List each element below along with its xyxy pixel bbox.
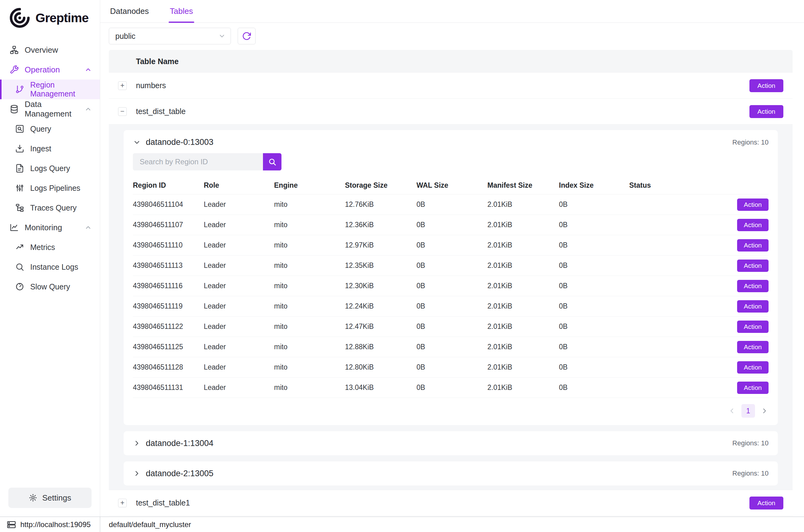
index-size-cell: 0B: [559, 343, 629, 351]
region-search-button[interactable]: [263, 153, 282, 170]
pagination-prev-button[interactable]: [728, 407, 736, 415]
column-role: Role: [204, 181, 274, 190]
manifest-size-cell: 2.01KiB: [487, 282, 559, 290]
ingest-icon: [15, 144, 25, 153]
column-status: Status: [629, 181, 768, 190]
statusbar-host[interactable]: http://localhost:19095: [0, 517, 100, 532]
tab-tables[interactable]: Tables: [169, 0, 194, 22]
action-button[interactable]: Action: [737, 239, 768, 251]
index-size-cell: 0B: [559, 322, 629, 331]
sidebar-item-label: Traces Query: [30, 204, 77, 212]
sidebar-item-label: Region Management: [30, 80, 92, 98]
sidebar-item-data-management[interactable]: Data Management: [0, 99, 100, 119]
datanode-2-header[interactable]: datanode-2:13005 Regions: 10: [123, 461, 778, 486]
sidebar-item-overview[interactable]: Overview: [0, 40, 100, 60]
sidebar-item-label: Data Management: [25, 99, 84, 119]
action-button[interactable]: Action: [749, 105, 783, 118]
action-button[interactable]: Action: [737, 280, 768, 292]
tab-datanodes[interactable]: Datanodes: [109, 0, 150, 22]
regions-count-label: Regions: 10: [732, 470, 768, 477]
tabbar: Datanodes Tables: [100, 0, 804, 23]
storage-size-cell: 12.35KiB: [345, 261, 417, 270]
statusbar-cluster: default/default_mycluster: [100, 520, 191, 529]
settings-button[interactable]: Settings: [8, 488, 92, 508]
region-row: 4398046511116 Leader mito 12.30KiB 0B 2.…: [133, 276, 768, 296]
statusbar: http://localhost:19095 default/default_m…: [0, 517, 804, 532]
sidebar-item-logs-pipelines[interactable]: Logs Pipelines: [0, 178, 100, 198]
action-button[interactable]: Action: [749, 79, 783, 92]
sidebar-item-label: Logs Query: [30, 164, 70, 173]
index-size-cell: 0B: [559, 241, 629, 249]
region-id-cell: 4398046511125: [133, 343, 204, 351]
region-row: 4398046511113 Leader mito 12.35KiB 0B 2.…: [133, 255, 768, 276]
role-cell: Leader: [204, 343, 274, 351]
manifest-size-cell: 2.01KiB: [487, 322, 559, 331]
wrench-icon: [9, 65, 19, 75]
sidebar-item-logs-query[interactable]: Logs Query: [0, 158, 100, 178]
database-select[interactable]: public: [109, 28, 231, 44]
sidebar-item-slow-query[interactable]: Slow Query: [0, 277, 100, 297]
action-button[interactable]: Action: [737, 198, 768, 211]
action-button[interactable]: Action: [737, 321, 768, 333]
region-id-cell: 4398046511116: [133, 282, 204, 290]
metrics-icon: [15, 242, 25, 252]
expand-toggle-button[interactable]: +: [118, 499, 127, 507]
table-name: test_dist_table: [136, 107, 186, 116]
datanode-1-header[interactable]: datanode-1:13004 Regions: 10: [123, 431, 778, 455]
datanode-0-header[interactable]: datanode-0:13003 Regions: 10: [123, 130, 778, 153]
storage-size-cell: 13.04KiB: [345, 383, 417, 392]
region-id-cell: 4398046511107: [133, 221, 204, 229]
sidebar-item-traces-query[interactable]: Traces Query: [0, 198, 100, 217]
sidebar-item-label: Metrics: [30, 243, 55, 252]
logo: Greptime: [0, 0, 100, 33]
overview-icon: [9, 45, 19, 55]
region-search-input[interactable]: [133, 153, 263, 170]
role-cell: Leader: [204, 261, 274, 270]
sidebar-item-label: Slow Query: [30, 282, 70, 291]
wal-size-cell: 0B: [417, 343, 487, 351]
refresh-button[interactable]: [238, 28, 255, 44]
sidebar-item-monitoring[interactable]: Monitoring: [0, 217, 100, 238]
expand-toggle-button[interactable]: −: [118, 107, 127, 116]
region-row: 4398046511122 Leader mito 12.47KiB 0B 2.…: [133, 317, 768, 337]
index-size-cell: 0B: [559, 302, 629, 310]
storage-size-cell: 12.97KiB: [345, 241, 417, 249]
action-button[interactable]: Action: [737, 382, 768, 394]
action-button[interactable]: Action: [737, 260, 768, 272]
column-storage-size: Storage Size: [345, 181, 417, 190]
pagination-page-button[interactable]: 1: [742, 404, 755, 418]
sidebar-item-metrics[interactable]: Metrics: [0, 238, 100, 257]
sidebar-item-ingest[interactable]: Ingest: [0, 139, 100, 158]
chevron-down-icon: [133, 138, 141, 147]
region-row: 4398046511128 Leader mito 12.80KiB 0B 2.…: [133, 357, 768, 378]
pagination-next-button[interactable]: [761, 407, 768, 415]
manifest-size-cell: 2.01KiB: [487, 383, 559, 392]
sidebar-item-operation[interactable]: Operation: [0, 60, 100, 79]
storage-size-cell: 12.80KiB: [345, 363, 417, 372]
action-button[interactable]: Action: [737, 219, 768, 231]
role-cell: Leader: [204, 363, 274, 372]
expand-toggle-button[interactable]: +: [118, 81, 127, 90]
manifest-size-cell: 2.01KiB: [487, 302, 559, 310]
sidebar-item-query[interactable]: Query: [0, 119, 100, 139]
role-cell: Leader: [204, 200, 274, 209]
action-button[interactable]: Action: [737, 300, 768, 312]
role-cell: Leader: [204, 302, 274, 310]
sidebar-item-label: Ingest: [30, 144, 51, 153]
column-wal-size: WAL Size: [417, 181, 487, 190]
action-button[interactable]: Action: [737, 341, 768, 353]
sidebar-item-label: Logs Pipelines: [30, 184, 80, 193]
sidebar-item-instance-logs[interactable]: Instance Logs: [0, 257, 100, 277]
chevron-up-icon: [84, 66, 92, 73]
action-button[interactable]: Action: [749, 497, 783, 510]
pagination: 1: [123, 398, 778, 418]
role-cell: Leader: [204, 241, 274, 249]
sidebar-item-region-management[interactable]: Region Management: [0, 79, 100, 99]
content: public Table Name: [100, 23, 804, 517]
expanded-region-panel: datanode-0:13003 Regions: 10: [109, 125, 792, 490]
engine-cell: mito: [274, 322, 345, 331]
region-id-cell: 4398046511131: [133, 383, 204, 392]
action-button[interactable]: Action: [737, 361, 768, 374]
storage-size-cell: 12.88KiB: [345, 343, 417, 351]
engine-cell: mito: [274, 302, 345, 310]
